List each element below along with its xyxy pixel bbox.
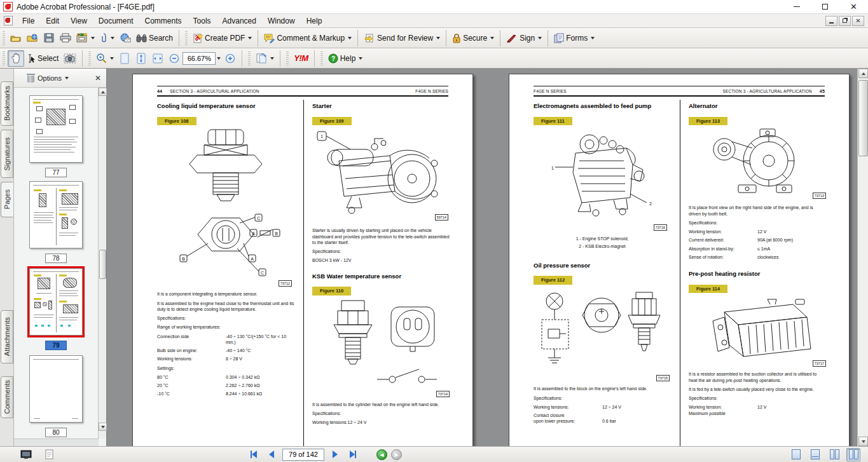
zoom-out-button[interactable] [166, 50, 183, 67]
previous-view-button[interactable]: ◄ [376, 449, 387, 460]
facing-layout-button[interactable] [846, 448, 860, 461]
yahoo-toolbar-button[interactable]: Y!M [291, 50, 310, 67]
create-pdf-button[interactable]: Create PDF [190, 30, 254, 46]
menu-window[interactable]: Window [262, 15, 301, 27]
organizer-dropdown-arrow[interactable] [91, 37, 95, 39]
tab-attachments[interactable]: Attachments [1, 310, 13, 363]
forms-button[interactable]: Forms [551, 30, 597, 46]
menu-help[interactable]: Help [301, 15, 328, 27]
page-view-button[interactable] [42, 448, 56, 461]
close-panel-button[interactable]: ✕ [95, 74, 101, 83]
help-button[interactable]: ? Help [326, 50, 366, 67]
pdf-page-left[interactable]: 44 SECTION 3 - AGRICULTURAL APPLICATION … [132, 74, 473, 446]
send-review-button[interactable]: Send for Review [361, 30, 443, 46]
page-display-button[interactable] [253, 50, 277, 67]
page-78-thumbnail[interactable] [29, 181, 83, 248]
page-display-dropdown-arrow[interactable] [270, 57, 274, 60]
open-web-button[interactable] [24, 30, 41, 46]
select-tool-button[interactable]: Select [24, 50, 61, 67]
scroll-thumb[interactable] [858, 80, 868, 156]
scroll-up-button[interactable] [858, 69, 868, 78]
close-button[interactable]: ✕ [839, 0, 868, 13]
toolbar-grip[interactable] [286, 51, 289, 65]
sign-button[interactable]: Sign [504, 30, 544, 46]
fit-page-button[interactable] [133, 50, 149, 67]
page-79-thumbnail[interactable] [29, 268, 83, 336]
options-button[interactable]: Options [35, 73, 71, 83]
doc-restore-button[interactable] [839, 16, 851, 26]
page-number-input[interactable] [282, 449, 324, 461]
document-pane[interactable]: 44 SECTION 3 - AGRICULTURAL APPLICATION … [107, 69, 857, 446]
last-page-button[interactable] [346, 448, 360, 461]
menu-comments[interactable]: Comments [139, 15, 188, 27]
zoom-level-dropdown-arrow[interactable] [217, 57, 221, 60]
continuous-facing-layout-button[interactable] [827, 448, 841, 461]
secure-dropdown-arrow[interactable] [490, 37, 494, 39]
maximize-button[interactable] [811, 0, 839, 13]
page-79-label[interactable]: 79 [45, 341, 67, 350]
document-scrollbar[interactable] [857, 69, 868, 446]
page-80-thumbnail[interactable] [29, 355, 83, 423]
toolbar-grip[interactable] [3, 31, 5, 45]
zoom-in-button[interactable] [222, 50, 238, 67]
previous-page-button[interactable] [265, 448, 279, 461]
open-button[interactable] [8, 30, 24, 46]
page-78-label[interactable]: 78 [45, 254, 67, 263]
toolbar-grip[interactable] [248, 51, 251, 65]
sign-dropdown-arrow[interactable] [538, 37, 542, 39]
scroll-down-button[interactable] [858, 437, 868, 446]
menu-edit[interactable]: Edit [40, 15, 65, 27]
next-page-button[interactable] [328, 448, 342, 461]
comment-markup-dropdown-arrow[interactable] [348, 37, 352, 39]
page-77-thumbnail[interactable] [29, 95, 83, 163]
save-button[interactable] [41, 30, 57, 46]
panel-scroll-up[interactable] [99, 88, 107, 96]
tab-comments[interactable]: Comments [1, 376, 13, 418]
forms-dropdown-arrow[interactable] [591, 37, 595, 39]
toolbar-grip[interactable] [3, 51, 5, 65]
snapshot-button[interactable] [61, 50, 79, 67]
organizer-button[interactable] [74, 30, 97, 46]
fullscreen-view-button[interactable] [19, 448, 33, 461]
panel-scrollbar[interactable] [98, 88, 106, 438]
secure-button[interactable]: Secure [450, 30, 497, 46]
continuous-layout-button[interactable] [808, 448, 822, 461]
menu-view[interactable]: View [65, 15, 93, 27]
create-pdf-dropdown-arrow[interactable] [248, 37, 252, 39]
hand-tool-button[interactable] [8, 50, 24, 67]
actual-size-button[interactable] [116, 50, 133, 67]
menu-tools[interactable]: Tools [188, 15, 217, 27]
menu-advanced[interactable]: Advanced [217, 15, 262, 27]
toolbar-grip[interactable] [320, 51, 323, 65]
page-80-label[interactable]: 80 [45, 428, 67, 437]
help-dropdown-arrow[interactable] [359, 57, 362, 60]
pdf-page-right[interactable]: F4GE N SERIES SECTION 3 - AGRICULTURAL A… [509, 74, 850, 446]
zoom-level-input[interactable] [183, 52, 216, 65]
search-button[interactable]: Search [134, 30, 176, 46]
panel-hscrollbar[interactable] [14, 438, 99, 446]
menu-document[interactable]: Document [93, 15, 139, 27]
email-button[interactable] [117, 30, 134, 46]
attach-dropdown-arrow[interactable] [111, 37, 114, 39]
attach-button[interactable] [97, 30, 117, 46]
next-view-button[interactable]: ► [391, 449, 402, 460]
delete-page-icon[interactable] [27, 74, 35, 83]
toolbar-grip[interactable] [88, 51, 91, 65]
single-page-layout-button[interactable] [789, 448, 803, 461]
print-button[interactable] [57, 30, 74, 46]
minimize-button[interactable] [782, 0, 811, 13]
menu-file[interactable]: File [17, 15, 40, 27]
tab-signatures[interactable]: Signatures [1, 130, 13, 178]
tab-pages[interactable]: Pages [1, 182, 13, 217]
doc-minimize-button[interactable] [825, 16, 837, 26]
page-77-label[interactable]: 77 [45, 168, 67, 177]
toolbar-grip[interactable] [185, 31, 188, 45]
zoom-tool-button[interactable] [93, 50, 116, 67]
doc-close-button[interactable]: ✕ [852, 16, 864, 26]
fit-width-button[interactable] [149, 50, 166, 67]
send-review-dropdown-arrow[interactable] [436, 37, 440, 39]
zoom-tool-dropdown-arrow[interactable] [110, 57, 114, 60]
panel-scroll-thumb[interactable] [99, 250, 106, 279]
panel-scroll-down[interactable] [99, 423, 107, 431]
tab-bookmarks[interactable]: Bookmarks [1, 81, 13, 126]
